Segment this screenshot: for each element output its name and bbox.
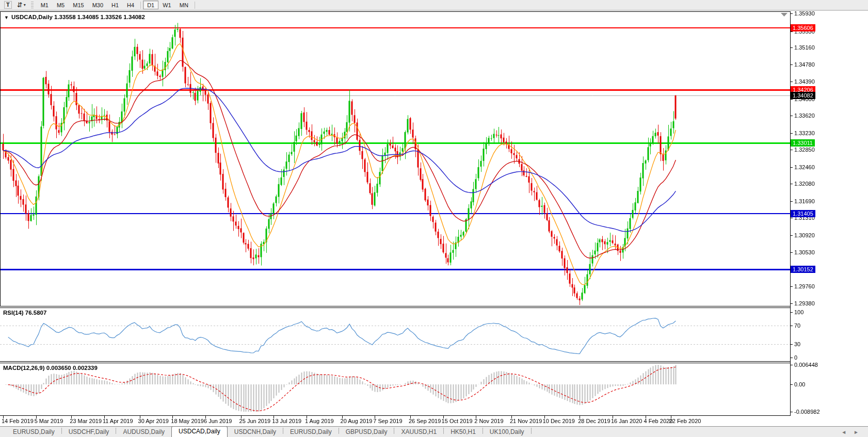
rsi-indicator-label: RSI(14) 76.5807 [3, 310, 46, 316]
price-level-badge: 1.31405 [791, 210, 815, 217]
date-label: 6 Jun 2019 [204, 418, 232, 424]
date-label: 28 Dec 2019 [578, 418, 610, 424]
date-label: 23 Mar 2019 [70, 418, 102, 424]
macd-name: MACD(12,26,9) [3, 365, 45, 371]
date-label: 25 Jun 2019 [239, 418, 271, 424]
date-label: 20 Aug 2019 [341, 418, 373, 424]
rsi-name: RSI(14) [3, 310, 24, 316]
date-label: 15 Oct 2019 [442, 418, 473, 424]
chart-region: ▼USDCAD,Daily 1.33558 1.34085 1.33526 1.… [0, 11, 868, 426]
macd-main-value: 0.003650 [46, 365, 71, 371]
date-label: 10 Dec 2019 [543, 418, 575, 424]
top-toolbar: T ⇵ ▾ M1M5M15M30H1H4D1W1MN [0, 0, 868, 11]
price-axis-label: 1.32460 [794, 164, 815, 170]
rsi-axis-label: 70 [794, 322, 800, 329]
price-level-badge: 1.30152 [791, 266, 815, 273]
chart-tab-usdcad-3[interactable]: USDCAD,Daily [171, 426, 228, 437]
rsi-value: 76.5807 [25, 310, 47, 316]
chart-tab-gbpusd-6[interactable]: GBPUSD,Daily [339, 427, 394, 437]
price-axis-label: 1.32080 [794, 181, 815, 187]
price-axis-label: 1.32850 [794, 147, 815, 153]
rsi-axis-label: 30 [794, 341, 800, 347]
date-label: 21 Nov 2019 [510, 418, 542, 424]
date-label: 16 Jan 2020 [611, 418, 642, 424]
price-axis-label: 1.33620 [794, 112, 815, 119]
tab-scroll-right-icon[interactable]: ► [854, 429, 859, 435]
date-label: 30 Apr 2019 [138, 418, 169, 424]
price-axis-label: 1.30920 [794, 232, 815, 238]
macd-axis-label: -0.008982 [794, 409, 820, 415]
timeframe-button-m1[interactable]: M1 [37, 1, 53, 9]
timeframe-button-mn[interactable]: MN [175, 1, 192, 9]
date-label: 13 Jul 2019 [272, 418, 301, 424]
chart-tab-uk100-9[interactable]: UK100,Daily [483, 427, 531, 437]
chart-tab-eurusd-0[interactable]: EURUSD,Daily [6, 427, 61, 437]
timeframe-button-w1[interactable]: W1 [158, 1, 175, 9]
chart-tab-hk50-8[interactable]: HK50,H1 [444, 427, 483, 437]
timeframe-button-m5[interactable]: M5 [53, 1, 69, 9]
toolbar-separator [195, 2, 195, 9]
macd-axis-label: 0.00 [794, 381, 805, 387]
tab-scroll-left-icon[interactable]: ◄ [841, 429, 846, 435]
macd-axis-label: 0.006448 [794, 362, 818, 368]
text-tool-button[interactable]: T [2, 1, 14, 9]
date-label: 7 Sep 2019 [373, 418, 402, 424]
price-axis-label: 1.35160 [794, 44, 815, 51]
trading-platform-window: T ⇵ ▾ M1M5M15M30H1H4D1W1MN ▼USDCAD,Daily… [0, 0, 868, 437]
price-axis-label: 1.35930 [794, 10, 815, 17]
macd-signal-value: 0.002339 [73, 365, 98, 371]
timeframe-button-h4[interactable]: H4 [123, 1, 138, 9]
chart-tab-audusd-2[interactable]: AUDUSD,Daily [116, 427, 171, 437]
price-level-badge: 1.35606 [791, 24, 815, 31]
chart-title: ▼USDCAD,Daily 1.33558 1.34085 1.33526 1.… [4, 14, 145, 20]
timeframe-button-group: M1M5M15M30H1H4D1W1MN [37, 1, 197, 9]
text-tool-icon: T [4, 1, 12, 9]
chart-tab-eurusd-5[interactable]: EURUSD,Daily [283, 427, 339, 437]
chevron-down-icon: ▾ [24, 3, 26, 7]
price-axis-label: 1.29380 [794, 300, 815, 306]
price-axis-label: 1.29760 [794, 283, 815, 289]
chart-tab-usdcnh-4[interactable]: USDCNH,Daily [228, 427, 283, 437]
timeframe-button-m30[interactable]: M30 [88, 1, 107, 9]
price-axis-label: 1.30530 [794, 249, 815, 255]
chart-quote-ohlc: 1.33558 1.34085 1.33526 1.34082 [54, 14, 145, 20]
price-axis-label: 1.33230 [794, 130, 815, 136]
toolbar-grip [31, 2, 34, 9]
price-axis-label: 1.31690 [794, 198, 815, 204]
price-axis-label: 1.34780 [794, 61, 815, 68]
chart-tab-usdchf-1[interactable]: USDCHF,Daily [62, 427, 116, 437]
arrange-arrows-icon: ⇵ [17, 1, 23, 9]
date-label: 11 Apr 2019 [103, 418, 133, 424]
timeframe-button-d1[interactable]: D1 [143, 1, 158, 9]
timeframe-button-m15[interactable]: M15 [69, 1, 88, 9]
arrange-charts-button[interactable]: ⇵ ▾ [15, 1, 28, 9]
date-label: 2 Nov 2019 [474, 418, 503, 424]
tab-separator [531, 428, 532, 434]
rsi-axis-label: 0 [794, 354, 797, 361]
date-label: 14 Feb 2019 [2, 418, 34, 424]
toolbar-separator [140, 2, 141, 9]
tabs-container: EURUSD,DailyUSDCHF,DailyAUDUSD,DailyUSDC… [6, 427, 532, 437]
chart-symbol-period: USDCAD,Daily [11, 14, 53, 20]
macd-indicator-label: MACD(12,26,9) 0.003650 0.002339 [3, 365, 98, 371]
date-label: 1 Aug 2019 [305, 418, 334, 424]
price-chart-canvas[interactable] [0, 11, 868, 426]
price-level-badge: 1.34082 [791, 92, 815, 99]
date-label: 22 Feb 2020 [669, 418, 701, 424]
date-label: 18 May 2019 [171, 418, 204, 424]
date-label: 26 Sep 2019 [409, 418, 441, 424]
rsi-axis-label: 100 [794, 309, 803, 315]
chart-dropdown-icon[interactable]: ▼ [4, 15, 9, 20]
tab-scrollers: ◄ ► [841, 427, 868, 437]
price-level-badge: 1.33011 [791, 139, 815, 147]
price-axis-label: 1.34390 [794, 78, 815, 85]
symbol-tab-bar: EURUSD,DailyUSDCHF,DailyAUDUSD,DailyUSDC… [0, 426, 868, 437]
date-label: 5 Mar 2019 [35, 418, 63, 424]
chart-tab-xauusd-7[interactable]: XAUUSD,H1 [394, 427, 443, 437]
timeframe-button-h1[interactable]: H1 [107, 1, 123, 9]
date-label: 4 Feb 2020 [644, 418, 673, 424]
